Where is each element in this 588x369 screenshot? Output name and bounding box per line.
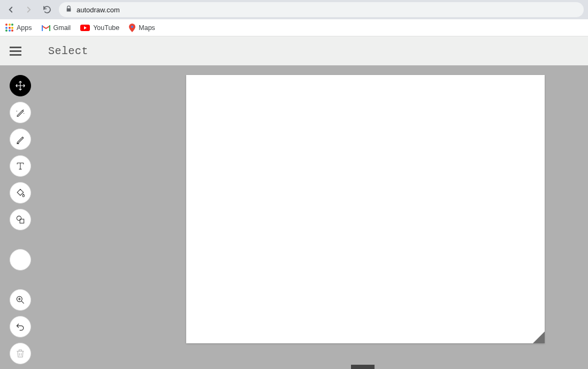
horizontal-scroll-thumb[interactable] [351, 365, 375, 369]
zoom-in-icon [15, 295, 26, 305]
bookmark-apps[interactable]: Apps [5, 24, 32, 32]
lock-icon [65, 5, 72, 14]
canvas-resize-handle[interactable] [533, 332, 545, 343]
reload-button[interactable] [41, 3, 54, 16]
bookmark-label: Maps [139, 24, 155, 32]
bookmark-label: YouTube [93, 24, 119, 32]
bookmark-label: Apps [17, 24, 32, 32]
svg-point-4 [17, 216, 21, 220]
select-tool[interactable] [10, 75, 31, 96]
url-text: autodraw.com [77, 6, 120, 14]
svg-point-3 [24, 113, 24, 114]
back-button[interactable] [4, 3, 17, 16]
undo-tool[interactable] [10, 316, 31, 337]
maps-pin-icon [129, 24, 135, 32]
text-icon [15, 161, 26, 171]
autodraw-tool[interactable] [10, 102, 31, 123]
draw-tool[interactable] [10, 129, 31, 150]
bookmark-youtube[interactable]: YouTube [80, 24, 119, 32]
delete-tool[interactable] [10, 343, 31, 364]
address-bar[interactable]: autodraw.com [59, 2, 584, 17]
undo-icon [15, 321, 26, 332]
bookmarks-bar: Apps Gmail YouTube Maps [0, 19, 588, 36]
gmail-icon [42, 25, 50, 31]
svg-point-2 [17, 111, 17, 111]
forward-button[interactable] [22, 3, 35, 16]
app-header: Select [0, 36, 588, 65]
type-tool[interactable] [10, 155, 31, 177]
bookmark-label: Gmail [54, 24, 71, 32]
drawing-canvas[interactable] [186, 75, 545, 343]
apps-grid-icon [5, 24, 13, 32]
fill-tool[interactable] [10, 182, 31, 204]
bookmark-maps[interactable]: Maps [129, 24, 155, 32]
magic-pencil-icon [15, 107, 26, 118]
zoom-tool[interactable] [10, 289, 31, 311]
workspace [0, 65, 588, 369]
browser-toolbar: autodraw.com [0, 0, 588, 19]
youtube-icon [80, 25, 90, 31]
svg-point-0 [131, 26, 133, 28]
menu-button[interactable] [10, 47, 21, 56]
trash-icon [15, 348, 26, 359]
paint-bucket-icon [15, 187, 26, 198]
tool-title: Select [48, 45, 88, 57]
color-picker[interactable] [10, 249, 31, 270]
toolbar [10, 75, 31, 364]
svg-point-1 [23, 109, 24, 110]
pencil-icon [15, 134, 26, 145]
shape-tool[interactable] [10, 209, 31, 230]
bookmark-gmail[interactable]: Gmail [42, 24, 71, 32]
move-icon [15, 80, 26, 91]
shapes-icon [15, 214, 26, 225]
